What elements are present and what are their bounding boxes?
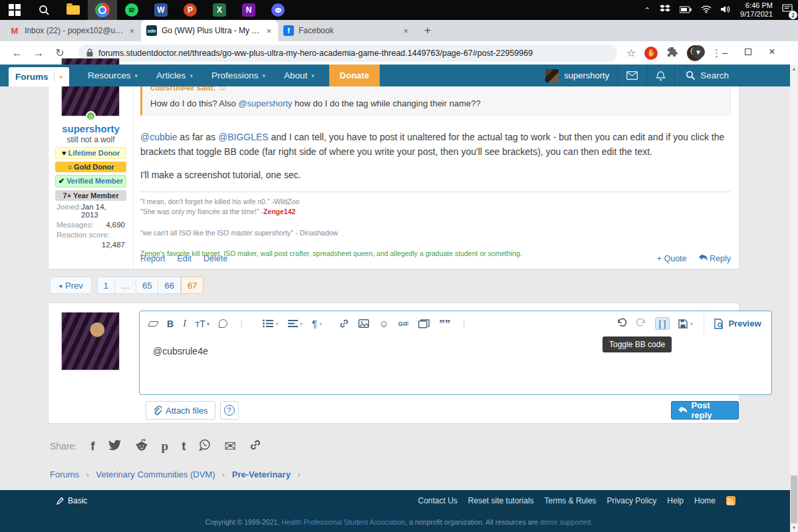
new-tab-button[interactable]: +	[419, 22, 436, 39]
share-whatsapp-icon[interactable]	[199, 439, 211, 454]
volume-icon[interactable]	[721, 4, 731, 16]
excel-icon[interactable]: X	[205, 0, 234, 20]
toggle-bbcode-button[interactable]: [ ]	[655, 317, 670, 330]
more-options-icon[interactable]: ⋮	[237, 319, 245, 329]
page-button-1[interactable]: 1	[97, 277, 115, 294]
page-button-67-current[interactable]: 67	[181, 277, 203, 294]
breadcrumb-pre-veterinary[interactable]: Pre-Veterinary	[232, 469, 291, 479]
page-button-66[interactable]: 66	[158, 277, 180, 294]
breadcrumb-forums[interactable]: Forums	[50, 469, 79, 479]
help-button[interactable]: ?	[220, 401, 239, 420]
adblock-extension-icon[interactable]: ✋	[644, 47, 658, 60]
prev-page-button[interactable]: ◂Prev	[50, 277, 92, 294]
drafts-icon[interactable]: ▾	[678, 319, 693, 329]
report-link[interactable]: Report	[140, 254, 166, 263]
alerts-bell-icon[interactable]	[646, 65, 674, 86]
spotify-icon[interactable]	[117, 0, 146, 20]
chrome-icon[interactable]	[88, 0, 117, 20]
extensions-puzzle-icon[interactable]	[666, 46, 678, 61]
post-reply-button[interactable]: Post reply	[671, 401, 739, 420]
font-size-icon[interactable]: ᴛT▾	[196, 319, 210, 329]
nav-search[interactable]: Search	[674, 65, 739, 86]
taskbar-clock[interactable]: 6:46 PM 9/17/2021	[740, 1, 773, 19]
start-button-icon[interactable]	[0, 0, 29, 20]
reply-editor[interactable]: B I ᴛT▾ ⋮ ▾ ▾ ¶▾ ☺ GIF ”” ⋮ [ ]	[139, 311, 772, 395]
onenote-icon[interactable]: N	[234, 0, 263, 20]
style-chooser[interactable]: Basic	[57, 496, 87, 505]
share-facebook-icon[interactable]: f	[90, 439, 94, 454]
nav-professions[interactable]: Professions▾	[202, 65, 275, 86]
nav-user-menu[interactable]: supershorty	[537, 65, 617, 86]
breadcrumb-vet-communities[interactable]: Veterinary Communities (DVM)	[96, 469, 215, 479]
tab-sdn-active[interactable]: sdn Go (WW) Plus Ultra - My Hero Ac ×	[141, 20, 278, 41]
insert-image-icon[interactable]	[358, 319, 369, 328]
tab-close-icon[interactable]: ×	[265, 26, 273, 36]
battery-icon[interactable]	[680, 4, 692, 16]
scrollbar-thumb[interactable]	[791, 475, 797, 523]
editor-content[interactable]: @cubsrule4e	[140, 336, 771, 356]
media-gallery-icon[interactable]	[418, 319, 430, 329]
footer-contact-us[interactable]: Contact Us	[418, 496, 458, 505]
quote-bbcode-icon[interactable]: ””	[439, 317, 450, 331]
redo-icon[interactable]	[636, 318, 646, 330]
donate-button[interactable]: Donate	[329, 65, 380, 86]
discord-icon[interactable]	[263, 0, 293, 20]
forward-button[interactable]: →	[28, 47, 49, 59]
word-icon[interactable]: W	[146, 0, 176, 20]
action-center-icon[interactable]: 2	[782, 4, 793, 16]
preview-button[interactable]: Preview	[704, 311, 771, 336]
more-options-2-icon[interactable]: ⋮	[460, 319, 468, 329]
tab-gmail[interactable]: M Inbox (22) - popex102@umn.edu ×	[4, 20, 141, 41]
scroll-down-arrow-icon[interactable]: ▼	[790, 525, 798, 530]
mention-supershorty[interactable]: @supershorty	[238, 98, 292, 108]
share-tumblr-icon[interactable]: t	[182, 439, 186, 454]
bold-icon[interactable]: B	[167, 319, 174, 329]
tab-close-icon[interactable]: ×	[402, 26, 410, 36]
inbox-envelope-icon[interactable]	[617, 65, 646, 86]
maximize-button[interactable]	[745, 49, 751, 55]
footer-help[interactable]: Help	[667, 496, 684, 505]
gif-icon[interactable]: GIF	[398, 321, 410, 327]
page-scrollbar[interactable]: ▲ ▼	[790, 65, 798, 532]
post-username[interactable]: supershorty	[49, 123, 133, 134]
edit-link[interactable]: Edit	[178, 254, 192, 263]
text-color-icon[interactable]	[219, 319, 227, 328]
footer-terms-rules[interactable]: Terms & Rules	[545, 496, 597, 505]
taskbar-search-icon[interactable]	[29, 0, 59, 20]
mention-cubbie[interactable]: @cubbie	[140, 132, 177, 142]
back-button[interactable]: ←	[7, 47, 28, 59]
page-ellipsis[interactable]: …	[115, 277, 136, 294]
alignment-icon[interactable]: ▾	[288, 319, 303, 328]
footer-home[interactable]: Home	[694, 496, 716, 505]
smilies-icon[interactable]: ☺	[378, 318, 388, 329]
reply-link[interactable]: Reply	[699, 254, 731, 263]
nav-about[interactable]: About▾	[275, 65, 324, 86]
undo-icon[interactable]	[616, 318, 627, 330]
share-email-icon[interactable]: ✉	[224, 438, 236, 454]
scroll-up-arrow-icon[interactable]: ▲	[790, 66, 798, 71]
delete-link[interactable]: Delete	[203, 254, 227, 263]
share-twitter-icon[interactable]	[108, 440, 122, 454]
quote-link[interactable]: + Quote	[657, 254, 687, 263]
paragraph-format-icon[interactable]: ¶▾	[312, 319, 322, 329]
wifi-icon[interactable]	[701, 4, 712, 16]
rss-icon[interactable]	[726, 496, 735, 505]
page-button-65[interactable]: 65	[136, 277, 158, 294]
dropbox-icon[interactable]	[660, 4, 670, 16]
donor-supported-link[interactable]: donor supported	[540, 518, 591, 526]
mention-biggles[interactable]: @BIGGLES	[218, 132, 269, 142]
nav-forums-active[interactable]: Forums ▾	[9, 67, 69, 86]
hpsa-link[interactable]: Health Professional Student Association	[281, 518, 405, 526]
italic-icon[interactable]: I	[183, 319, 186, 329]
powerpoint-icon[interactable]: P	[176, 0, 205, 20]
footer-reset-tutorials[interactable]: Reset site tutorials	[468, 496, 534, 505]
list-icon[interactable]: ▾	[263, 319, 279, 328]
chrome-status-icon[interactable]: ▼	[692, 45, 705, 59]
file-explorer-icon[interactable]	[59, 0, 88, 20]
attach-files-button[interactable]: Attach files	[146, 401, 215, 420]
chevron-down-icon[interactable]: ▾	[60, 74, 63, 80]
minimize-button[interactable]: –	[722, 47, 728, 58]
close-button[interactable]: ×	[769, 46, 775, 58]
insert-link-icon[interactable]	[339, 319, 349, 329]
nav-articles[interactable]: Articles▾	[147, 65, 202, 86]
